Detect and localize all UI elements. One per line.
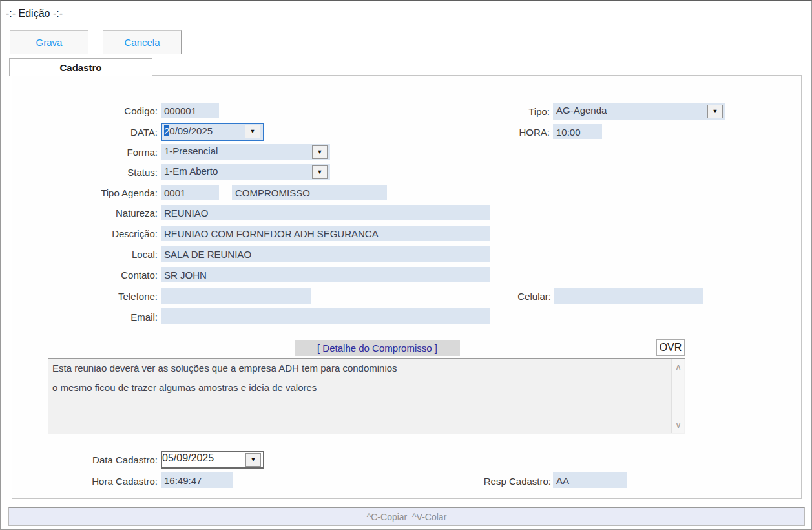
tab-cadastro-label: Cadastro: [59, 62, 101, 73]
chevron-down-icon: ▼: [713, 109, 718, 114]
status-combobox[interactable]: 1-Em Aberto ▼: [161, 164, 330, 180]
data-cadastro-label: Data Cadastro:: [48, 453, 158, 467]
celular-label: Celular:: [454, 290, 551, 304]
telefone-label: Telefone:: [48, 290, 158, 304]
celular-field[interactable]: [554, 288, 703, 304]
chevron-down-icon: ▼: [250, 129, 256, 134]
status-value: 1-Em Aberto: [164, 165, 218, 176]
tipo-combobox[interactable]: AG-Agenda ▼: [553, 103, 725, 120]
detalhe-memo[interactable]: Esta reuniao deverá ver as soluções que …: [48, 358, 685, 434]
tipo-dropdown-button[interactable]: ▼: [707, 105, 723, 118]
data-cadastro-dropdown-button[interactable]: ▼: [245, 453, 261, 467]
data-value: 20/09/2025: [164, 125, 213, 136]
data-label: DATA:: [48, 125, 158, 140]
data-dropdown-button[interactable]: ▼: [245, 125, 260, 138]
scroll-up-icon[interactable]: ∧: [672, 361, 685, 373]
resp-cadastro-field[interactable]: AA: [553, 472, 627, 488]
hora-label: HORA:: [453, 125, 550, 140]
ovr-indicator: OVR: [656, 339, 685, 356]
data-datepicker[interactable]: 20/09/2025 ▼: [161, 123, 264, 141]
data-cadastro-datepicker[interactable]: 05/09/2025 ▼: [161, 451, 264, 469]
chevron-down-icon: ▼: [317, 169, 323, 175]
memo-line: Esta reuniao deverá ver as soluções que …: [52, 363, 397, 374]
codigo-label: Codigo:: [48, 104, 158, 118]
memo-line: o mesmo ficou de trazer algumas amostras…: [52, 382, 317, 393]
edit-window: -:- Edição -:- Grava Cancela Cadastro Co…: [0, 0, 812, 530]
detalhe-header: [ Detalhe do Compromisso ]: [295, 340, 460, 356]
email-label: Email:: [48, 310, 158, 324]
local-field[interactable]: SALA DE REUNIAO: [161, 246, 490, 262]
hora-field[interactable]: 10:00: [553, 124, 602, 139]
natureza-field[interactable]: REUNIAO: [161, 205, 490, 220]
forma-value: 1-Presencial: [164, 145, 218, 156]
grava-button[interactable]: Grava: [10, 30, 88, 54]
grava-button-label: Grava: [36, 37, 63, 48]
status-bar: ^C-Copiar ^V-Colar: [8, 507, 805, 526]
cancela-button[interactable]: Cancela: [103, 30, 182, 54]
data-cadastro-value: 05/09/2025: [162, 452, 214, 463]
hora-cadastro-field[interactable]: 16:49:47: [161, 472, 233, 488]
tipo-label: Tipo:: [453, 105, 550, 119]
chevron-down-icon: ▼: [251, 457, 256, 463]
status-bar-text: ^C-Copiar ^V-Colar: [367, 512, 447, 522]
tab-cadastro[interactable]: Cadastro: [9, 58, 152, 76]
telefone-field[interactable]: [161, 288, 311, 304]
descricao-label: Descrição:: [48, 227, 158, 241]
contato-field[interactable]: SR JOHN: [161, 267, 490, 282]
forma-label: Forma:: [48, 145, 158, 160]
cancela-button-label: Cancela: [124, 37, 160, 48]
tipo-value: AG-Agenda: [556, 105, 607, 116]
window-title: -:- Edição -:-: [6, 8, 63, 19]
memo-scrollbar[interactable]: ∧ ∨: [671, 359, 684, 433]
natureza-label: Natureza:: [48, 206, 158, 220]
local-label: Local:: [48, 248, 158, 262]
tipo-agenda-code-field[interactable]: 0001: [161, 185, 219, 200]
forma-combobox[interactable]: 1-Presencial ▼: [161, 144, 330, 160]
tipo-agenda-label: Tipo Agenda:: [48, 186, 158, 200]
email-field[interactable]: [161, 308, 490, 324]
contato-label: Contato:: [48, 268, 158, 282]
status-dropdown-button[interactable]: ▼: [312, 165, 328, 179]
status-label: Status:: [48, 165, 158, 180]
hora-cadastro-label: Hora Cadastro:: [48, 474, 158, 489]
forma-dropdown-button[interactable]: ▼: [312, 145, 328, 159]
data-rest-text: 0/09/2025: [169, 125, 213, 136]
chevron-down-icon: ▼: [317, 149, 323, 155]
descricao-field[interactable]: REUNIAO COM FORNEDOR ADH SEGURANCA: [161, 226, 490, 241]
tipo-agenda-desc-field[interactable]: COMPROMISSO: [232, 185, 387, 200]
scroll-down-icon[interactable]: ∨: [672, 419, 685, 431]
resp-cadastro-label: Resp Cadastro:: [454, 474, 551, 489]
codigo-field[interactable]: 000001: [161, 103, 219, 118]
